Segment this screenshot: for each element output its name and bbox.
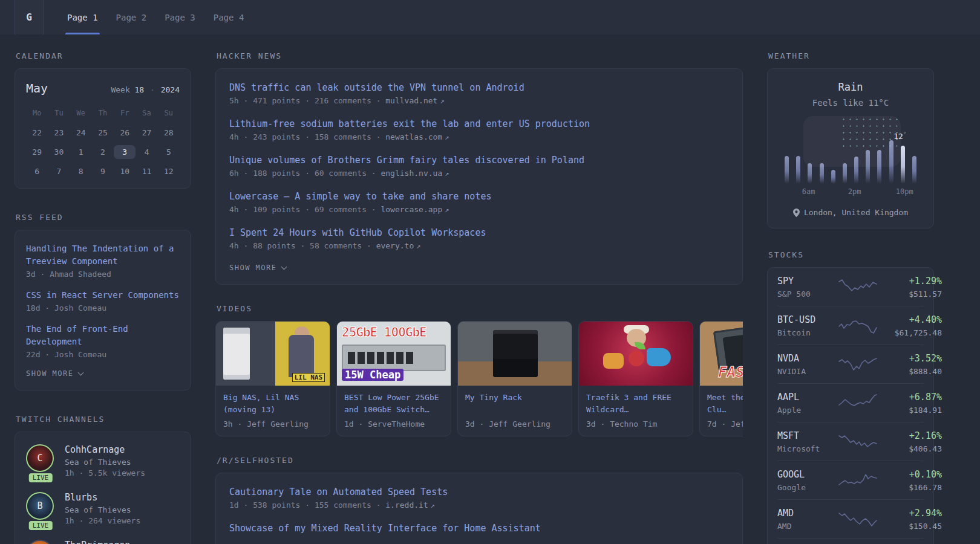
stock-row[interactable]: RDDT -1.65%: [777, 538, 924, 544]
rss-item-title[interactable]: CSS in React Server Components: [26, 289, 180, 302]
video-card[interactable]: 25GbE 100GbE 15W Cheap BEST Low Power 25…: [336, 321, 451, 436]
location-pin-icon: [793, 209, 800, 217]
tab-page-1[interactable]: Page 1: [58, 0, 107, 34]
story-domain-link[interactable]: newatlas.com: [385, 132, 442, 141]
channel-name[interactable]: ThePrimeagen: [65, 540, 130, 544]
video-title[interactable]: Meet the … Linux Clu…: [707, 392, 743, 416]
video-card[interactable]: LIL NAS Big NAS, Lil NAS (moving 13) 3h …: [215, 321, 330, 436]
rss-item-meta: 3d · Ahmad Shadeed: [26, 270, 180, 279]
stocks-section-title: STOCKS: [768, 250, 934, 259]
calendar-day: 30: [48, 145, 70, 159]
stock-sparkline: [834, 394, 881, 412]
stock-change: +2.94%: [881, 508, 942, 519]
calendar-day: 3: [114, 145, 136, 159]
video-carousel: LIL NAS Big NAS, Lil NAS (moving 13) 3h …: [215, 321, 743, 436]
calendar-day: 12: [158, 164, 180, 178]
story-domain-link[interactable]: every.to: [376, 241, 414, 250]
video-thumbnail[interactable]: [458, 322, 572, 386]
rss-item-title[interactable]: Handling The Indentation of a Treeview C…: [26, 242, 180, 268]
rss-item-title[interactable]: The End of Front-End Development: [26, 323, 180, 348]
video-title[interactable]: Big NAS, Lil NAS (moving 13): [223, 392, 322, 416]
calendar-day: 9: [92, 164, 114, 178]
story-title[interactable]: DNS traffic can leak outside the VPN tun…: [229, 82, 729, 93]
stock-sparkline: [834, 510, 881, 528]
story-title[interactable]: Unique volumes of Brothers Grimm fairy t…: [229, 155, 729, 166]
stock-change: +4.40%: [881, 314, 942, 325]
stock-sparkline: [834, 355, 881, 374]
twitch-channel-row[interactable]: B LIVE Blurbs Sea of Thieves 1h · 264 vi…: [26, 492, 180, 525]
stock-row[interactable]: AMD AMD +2.94% $150.45: [777, 499, 924, 538]
video-thumbnail[interactable]: [579, 322, 693, 386]
rss-show-more-button[interactable]: SHOW MORE: [26, 369, 180, 378]
thumbnail-text: 25GbE 100GbE: [342, 325, 426, 340]
channel-avatar: [26, 540, 54, 544]
video-title[interactable]: Traefik 3 and FREE Wildcard…: [586, 392, 685, 416]
post-title[interactable]: Showcase of my Mixed Reality Interface f…: [229, 523, 729, 534]
stock-row[interactable]: SPY S&P 500 +1.29% $511.57: [777, 268, 924, 306]
reddit-widget: /R/SELFHOSTED Cautionary Tale on Automat…: [215, 456, 743, 544]
stock-change: +1.29%: [881, 276, 942, 287]
calendar-widget: CALENDAR May Week 18 · 2024 MoTuWeThFrSa…: [15, 51, 191, 189]
video-meta: 3d · Techno Tim: [586, 419, 685, 429]
calendar-week-label: Week 18 · 2024: [111, 85, 180, 94]
channel-viewers: 1h · 5.5k viewers: [65, 468, 145, 478]
reddit-section-title: /R/SELFHOSTED: [217, 456, 743, 465]
stock-symbol: NVDA: [777, 353, 834, 364]
story-title[interactable]: I Spent 24 Hours with GitHub Copilot Wor…: [229, 227, 729, 238]
temperature-bar: [796, 156, 800, 184]
app-logo[interactable]: G: [15, 0, 44, 34]
temperature-bars: 12°: [785, 128, 916, 184]
stock-row[interactable]: BTC-USD Bitcoin +4.40% $61,725.48: [777, 306, 924, 345]
channel-name[interactable]: Blurbs: [65, 492, 140, 503]
post-meta: 1d · 538 points · 155 comments · i.redd.…: [229, 500, 729, 510]
hackernews-card: DNS traffic can leak outside the VPN tun…: [215, 68, 743, 285]
video-card[interactable]: Traefik 3 and FREE Wildcard… 3d · Techno…: [578, 321, 693, 436]
story-meta: 4h · 88 points · 58 comments · every.to↗: [229, 241, 729, 250]
video-meta: 1d · ServeTheHome: [344, 419, 443, 429]
video-card[interactable]: My Tiny Rack 3d · Jeff Geerling: [457, 321, 572, 436]
stock-row[interactable]: GOOGL Google +0.10% $166.78: [777, 461, 924, 499]
twitch-card: C LIVE CohhCarnage Sea of Thieves 1h · 5…: [15, 432, 191, 544]
temperature-bar: [831, 170, 835, 184]
stock-change: +6.87%: [881, 392, 942, 403]
story-domain-link[interactable]: english.nv.ua: [381, 169, 442, 178]
tab-page-4[interactable]: Page 4: [204, 0, 253, 34]
video-title[interactable]: BEST Low Power 25GbE and 100GbE Switch…: [344, 392, 443, 416]
stock-price: $184.91: [881, 406, 942, 415]
list-item: CSS in React Server Components 18d · Jos…: [26, 289, 180, 312]
story-title[interactable]: Lowercase – A simple way to take and sha…: [229, 191, 729, 202]
story-meta: 6h · 188 points · 60 comments · english.…: [229, 169, 729, 178]
temperature-bar: [901, 146, 905, 184]
reddit-card: Cautionary Tale on Automated Speed Tests…: [215, 473, 743, 544]
post-domain-link[interactable]: i.redd.it: [385, 500, 428, 510]
stock-row[interactable]: AAPL Apple +6.87% $184.91: [777, 383, 924, 422]
stocks-card: SPY S&P 500 +1.29% $511.57 BTC-USD Bitco…: [767, 267, 934, 544]
post-title[interactable]: Cautionary Tale on Automated Speed Tests: [229, 487, 729, 497]
hackernews-show-more-button[interactable]: SHOW MORE: [229, 264, 729, 272]
stock-symbol: AAPL: [777, 392, 834, 403]
story-meta: 5h · 471 points · 216 comments · mullvad…: [229, 96, 729, 105]
external-link-icon: ↗: [416, 242, 420, 250]
twitch-channel-row[interactable]: C LIVE CohhCarnage Sea of Thieves 1h · 5…: [26, 444, 180, 478]
tab-page-3[interactable]: Page 3: [155, 0, 204, 34]
video-title[interactable]: My Tiny Rack: [465, 392, 564, 416]
video-card[interactable]: FAS Meet the … Linux Clu… 7d · Jeff Geer…: [699, 321, 743, 436]
stock-row[interactable]: NVDA NVIDIA +3.52% $888.40: [777, 345, 924, 383]
story-domain-link[interactable]: mullvad.net: [385, 96, 437, 105]
calendar-month: May: [26, 81, 48, 96]
tab-page-2[interactable]: Page 2: [107, 0, 156, 34]
stock-sparkline: [834, 471, 881, 490]
rss-item-meta: 22d · Josh Comeau: [26, 350, 180, 359]
video-thumbnail[interactable]: LIL NAS: [216, 322, 330, 386]
thumbnail-text: 15W Cheap: [342, 369, 403, 381]
weekday-label: Sa: [136, 106, 157, 120]
video-thumbnail[interactable]: 25GbE 100GbE 15W Cheap: [337, 322, 451, 386]
story-domain-link[interactable]: lowercase.app: [381, 205, 442, 214]
channel-name[interactable]: CohhCarnage: [65, 444, 145, 455]
video-thumbnail[interactable]: FAS: [700, 322, 743, 386]
stock-price: $166.78: [881, 483, 942, 492]
story-title[interactable]: Lithium-free sodium batteries exit the l…: [229, 118, 729, 129]
twitch-channel-row[interactable]: ThePrimeagen: [26, 540, 180, 544]
stocks-widget: STOCKS SPY S&P 500 +1.29% $511.57 BTC-: [767, 250, 934, 544]
stock-row[interactable]: MSFT Microsoft +2.16% $406.43: [777, 422, 924, 461]
